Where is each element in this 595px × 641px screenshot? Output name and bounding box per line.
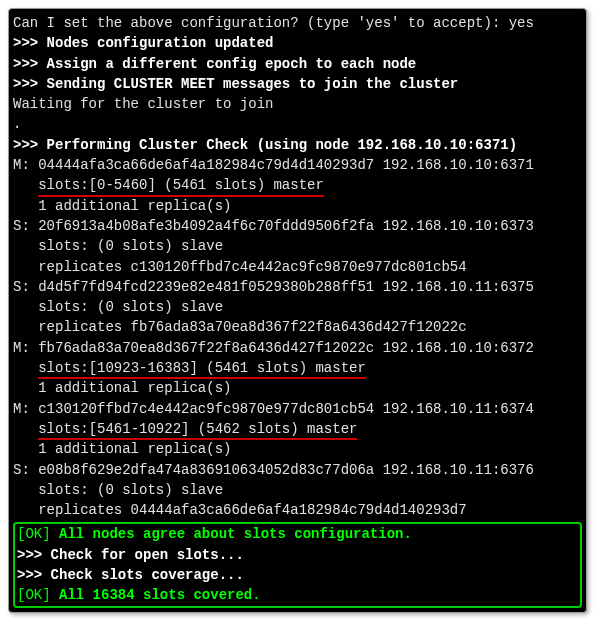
node-slave-1: S: 20f6913a4b08afe3b4092a4f6c70fddd9506f… [13,216,582,236]
ok-tag: [OK] [17,587,59,603]
node-master-2: M: fb76ada83a70ea8d367f22f8a6436d427f120… [13,338,582,358]
slots-highlight-1: slots:[0-5460] (5461 slots) master [38,175,324,195]
msg-check-open-slots: >>> Check for open slots... [17,545,578,565]
slots-highlight-3: slots:[5461-10922] (5462 slots) master [38,419,357,439]
ok-tag: [OK] [17,526,59,542]
node-slave-1-slots: slots: (0 slots) slave [13,236,582,256]
node-slave-1-replicates: replicates c130120ffbd7c4e442ac9fc9870e9… [13,257,582,277]
msg-nodes-updated: >>> Nodes configuration updated [13,33,582,53]
indent [13,421,38,437]
ok-text: All 16384 slots covered. [59,587,261,603]
prompt-line: Can I set the above configuration? (type… [13,13,582,33]
node-master-3-replicas: 1 additional replica(s) [13,439,582,459]
ok-slots-agree: [OK] All nodes agree about slots configu… [17,524,578,544]
node-slave-3: S: e08b8f629e2dfa474a836910634052d83c77d… [13,460,582,480]
indent [13,360,38,376]
msg-dot: . [13,114,582,134]
ok-slots-covered: [OK] All 16384 slots covered. [17,585,578,605]
terminal-window: Can I set the above configuration? (type… [8,8,587,613]
msg-assign-epoch: >>> Assign a different config epoch to e… [13,54,582,74]
ok-status-box: [OK] All nodes agree about slots configu… [13,522,582,607]
ok-text: All nodes agree about slots configuratio… [59,526,412,542]
node-master-1-replicas: 1 additional replica(s) [13,196,582,216]
msg-check-coverage: >>> Check slots coverage... [17,565,578,585]
msg-cluster-meet: >>> Sending CLUSTER MEET messages to joi… [13,74,582,94]
node-slave-2: S: d4d5f7fd94fcd2239e82e481f0529380b288f… [13,277,582,297]
msg-waiting: Waiting for the cluster to join [13,94,582,114]
node-master-1-slots: slots:[0-5460] (5461 slots) master [13,175,582,195]
node-slave-2-replicates: replicates fb76ada83a70ea8d367f22f8a6436… [13,317,582,337]
node-master-3-slots: slots:[5461-10922] (5462 slots) master [13,419,582,439]
node-master-2-slots: slots:[10923-16383] (5461 slots) master [13,358,582,378]
indent [13,177,38,193]
node-master-3: M: c130120ffbd7c4e442ac9fc9870e977dc801c… [13,399,582,419]
msg-cluster-check: >>> Performing Cluster Check (using node… [13,135,582,155]
node-slave-2-slots: slots: (0 slots) slave [13,297,582,317]
node-slave-3-replicates: replicates 04444afa3ca66de6af4a182984c79… [13,500,582,520]
node-slave-3-slots: slots: (0 slots) slave [13,480,582,500]
node-master-1: M: 04444afa3ca66de6af4a182984c79d4d14029… [13,155,582,175]
slots-highlight-2: slots:[10923-16383] (5461 slots) master [38,358,366,378]
node-master-2-replicas: 1 additional replica(s) [13,378,582,398]
